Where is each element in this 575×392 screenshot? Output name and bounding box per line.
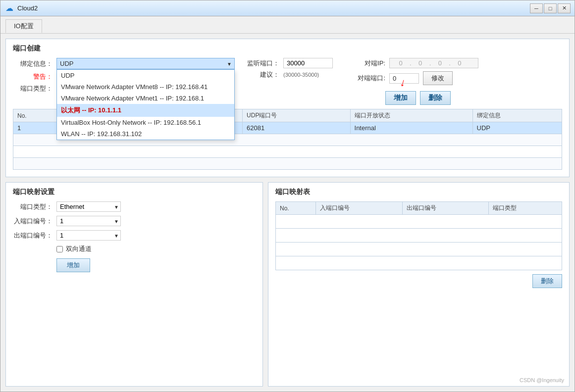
table-row-empty-3 bbox=[13, 158, 562, 170]
dropdown-item-vmnet1[interactable]: VMware Network Adapter VMnet1 -- IP: 192… bbox=[57, 93, 234, 104]
suggestion-value: (30000-35000) bbox=[283, 72, 319, 78]
mapping-port-type-select[interactable]: Ethernet bbox=[56, 201, 121, 212]
dropdown-item-ethernet[interactable]: 以太网 -- IP: 10.1.1.1 bbox=[57, 104, 234, 117]
mapping-header-no: No. bbox=[276, 202, 316, 215]
binding-select-wrapper: UDP ▼ UDP VMware Network Adapter VMnet8 … bbox=[56, 58, 235, 69]
title-bar: ☁ Cloud2 ─ □ ✕ bbox=[0, 0, 575, 16]
listen-section: 监听端口： 建议： (30000-35000) bbox=[240, 58, 333, 105]
remote-ip-box: . . . bbox=[389, 58, 478, 68]
action-buttons: ↓ 增加 删除 bbox=[346, 91, 478, 105]
mapping-header-out-port: 出端口编号 bbox=[402, 202, 489, 215]
remote-ip-field-4[interactable] bbox=[453, 59, 467, 67]
out-port-wrapper: 1 ▼ bbox=[56, 230, 121, 241]
dropdown-item-wlan[interactable]: WLAN -- IP: 192.168.31.102 bbox=[57, 128, 234, 140]
out-port-select[interactable]: 1 bbox=[56, 230, 121, 241]
remote-section: 对端IP: . . . 对端 bbox=[346, 58, 478, 105]
mapping-port-type-wrapper: Ethernet ▼ bbox=[56, 201, 121, 212]
port-type-label: 端口类型： bbox=[13, 84, 52, 93]
mapping-row-empty-2 bbox=[276, 229, 562, 243]
right-form-container: 监听端口： 建议： (30000-35000) 对端IP: bbox=[240, 58, 562, 105]
table-row-empty-2 bbox=[13, 146, 562, 158]
remote-ip-field-3[interactable] bbox=[433, 59, 447, 67]
listen-port-row: 监听端口： bbox=[240, 58, 333, 68]
port-mapping-table-section: 端口映射表 No. 入端口编号 出端口编号 端口类型 bbox=[268, 182, 570, 387]
remote-port-label: 对端端口: bbox=[346, 74, 385, 83]
mapping-port-type-label: 端口类型： bbox=[13, 202, 52, 211]
dropdown-item-udp[interactable]: UDP bbox=[57, 70, 234, 81]
watermark: CSDN @Ingenuity bbox=[520, 377, 564, 383]
app-icon: ☁ bbox=[4, 3, 14, 13]
mapping-header-type: 端口类型 bbox=[489, 202, 562, 215]
remote-ip-field-2[interactable] bbox=[414, 59, 427, 67]
table-header-status: 端口开放状态 bbox=[350, 109, 472, 122]
mapping-row-empty-4 bbox=[276, 256, 562, 270]
mapping-port-type-row: 端口类型： Ethernet ▼ bbox=[13, 201, 256, 212]
binding-select[interactable]: UDP ▼ bbox=[56, 58, 235, 69]
dropdown-item-virtualbox[interactable]: VirtualBox Host-Only Network -- IP: 192.… bbox=[57, 117, 234, 128]
dropdown-arrow-icon: ▼ bbox=[227, 61, 232, 66]
remote-ip-field-1[interactable] bbox=[394, 59, 408, 67]
bidirection-checkbox[interactable] bbox=[56, 246, 63, 252]
out-port-label: 出端口编号： bbox=[13, 231, 52, 240]
left-form: 绑定信息： UDP ▼ UDP VMware Network Adapter V… bbox=[13, 58, 235, 105]
window-controls: ─ □ ✕ bbox=[530, 3, 571, 13]
in-port-wrapper: 1 ▼ bbox=[56, 216, 121, 226]
suggestion-row: 建议： (30000-35000) bbox=[240, 70, 333, 79]
port-mapping-settings-section: 端口映射设置 端口类型： Ethernet ▼ 入端口编号： 1 bbox=[5, 182, 263, 387]
binding-selected-value: UDP bbox=[60, 60, 73, 67]
bidirection-row: 双向通道 bbox=[56, 245, 256, 253]
modify-button[interactable]: 修改 bbox=[423, 71, 453, 85]
suggestion-label: 建议： bbox=[240, 70, 279, 79]
mapping-add-button[interactable]: 增加 bbox=[56, 258, 90, 272]
table-header-udp-port: UDP端口号 bbox=[243, 109, 350, 122]
window-title: Cloud2 bbox=[17, 4, 530, 12]
port-mapping-settings-title: 端口映射设置 bbox=[13, 188, 256, 196]
maximize-button[interactable]: □ bbox=[544, 3, 557, 13]
dropdown-item-vmnet8[interactable]: VMware Network Adapter VMnet8 -- IP: 192… bbox=[57, 81, 234, 93]
mapping-table: No. 入端口编号 出端口编号 端口类型 bbox=[275, 201, 562, 270]
add-button[interactable]: 增加 bbox=[385, 91, 416, 105]
minimize-button[interactable]: ─ bbox=[530, 3, 543, 13]
in-port-label: 入端口编号： bbox=[13, 217, 52, 226]
remote-port-row: 对端端口: 修改 bbox=[346, 71, 478, 85]
main-window: ☁ Cloud2 ─ □ ✕ IO配置 端口创建 绑定信息： bbox=[0, 0, 575, 392]
in-port-row: 入端口编号： 1 ▼ bbox=[13, 216, 256, 226]
listen-port-input[interactable] bbox=[283, 58, 333, 68]
warning-label: 警告： bbox=[13, 72, 52, 81]
close-button[interactable]: ✕ bbox=[558, 3, 571, 13]
delete-button[interactable]: 删除 bbox=[420, 91, 451, 105]
port-create-section: 端口创建 绑定信息： UDP ▼ UD bbox=[5, 39, 570, 177]
table-header-no: No. bbox=[13, 109, 62, 122]
cell-status: Internal bbox=[350, 122, 472, 134]
main-content: 端口创建 绑定信息： UDP ▼ UD bbox=[0, 34, 575, 392]
out-port-row: 出端口编号： 1 ▼ bbox=[13, 230, 256, 241]
table-header-binding: 绑定信息 bbox=[472, 109, 562, 122]
cell-udp-port: 62081 bbox=[243, 122, 350, 134]
bidirection-label: 双向通道 bbox=[66, 245, 92, 253]
port-create-title: 端口创建 bbox=[13, 44, 562, 53]
in-port-select[interactable]: 1 bbox=[56, 216, 121, 226]
tab-bar: IO配置 bbox=[0, 16, 575, 34]
mapping-row-empty-1 bbox=[276, 215, 562, 229]
mapping-header-in-port: 入端口编号 bbox=[315, 202, 402, 215]
mapping-row-empty-3 bbox=[276, 243, 562, 256]
cell-binding: UDP bbox=[472, 122, 562, 134]
listen-port-label: 监听端口： bbox=[240, 59, 279, 68]
binding-dropdown: UDP VMware Network Adapter VMnet8 -- IP:… bbox=[56, 69, 235, 140]
bottom-sections: 端口映射设置 端口类型： Ethernet ▼ 入端口编号： 1 bbox=[5, 182, 570, 387]
cell-no: 1 bbox=[13, 122, 62, 134]
remote-ip-label: 对端IP: bbox=[346, 59, 385, 68]
binding-label: 绑定信息： bbox=[13, 59, 52, 68]
mapping-delete-button[interactable]: 删除 bbox=[532, 274, 562, 288]
binding-row: 绑定信息： UDP ▼ UDP VMware Network Adapter V… bbox=[13, 58, 235, 69]
tab-io-config[interactable]: IO配置 bbox=[5, 19, 42, 33]
port-mapping-table-title: 端口映射表 bbox=[275, 188, 562, 196]
top-form-area: 绑定信息： UDP ▼ UDP VMware Network Adapter V… bbox=[13, 58, 562, 105]
remote-ip-row: 对端IP: . . . bbox=[346, 58, 478, 68]
